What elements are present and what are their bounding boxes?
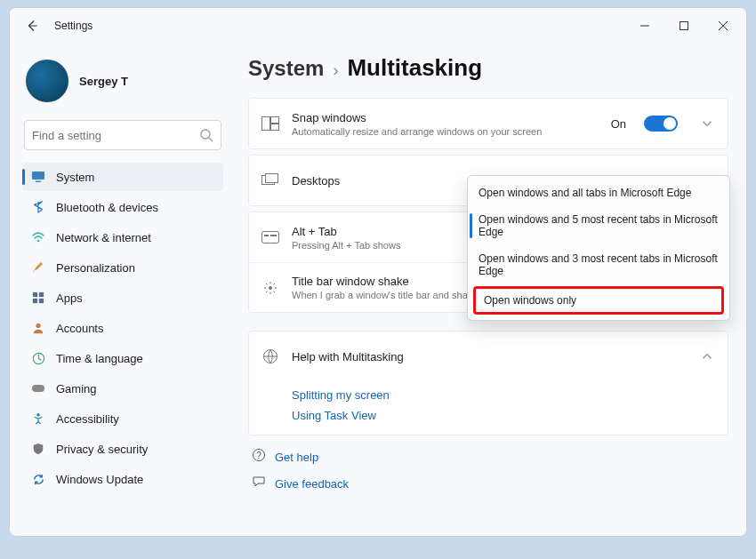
wifi-icon	[31, 230, 45, 244]
svg-point-9	[36, 323, 40, 328]
svg-rect-8	[39, 299, 44, 303]
svg-rect-0	[680, 22, 688, 30]
give-feedback-link[interactable]: Give feedback	[275, 477, 349, 491]
svg-point-12	[36, 413, 40, 417]
sidebar-item-label: Network & internet	[56, 231, 151, 244]
help-card: Help with Multitasking Splitting my scre…	[248, 331, 728, 435]
svg-rect-19	[264, 235, 269, 236]
sidebar-item-label: Privacy & security	[56, 443, 148, 456]
sidebar-item-bluetooth[interactable]: Bluetooth & devices	[22, 193, 223, 221]
arrow-left-icon	[26, 20, 38, 32]
dropdown-option[interactable]: Open windows and 3 most recent tabs in M…	[468, 245, 729, 284]
sidebar-item-personalization[interactable]: Personalization	[22, 253, 223, 282]
svg-rect-15	[271, 124, 279, 131]
shake-icon	[261, 279, 279, 297]
svg-rect-17	[266, 174, 278, 183]
sidebar-item-accessibility[interactable]: Accessibility	[22, 404, 223, 433]
globe-help-icon	[261, 347, 279, 365]
sidebar-item-gaming[interactable]: Gaming	[22, 374, 223, 403]
window-title: Settings	[54, 20, 92, 32]
titlebar: Settings	[10, 8, 746, 44]
sidebar-item-label: Personalization	[56, 261, 135, 275]
row-subtitle: Automatically resize and arrange windows…	[292, 126, 599, 137]
update-icon	[31, 472, 45, 486]
alttab-dropdown: Open windows and all tabs in Microsoft E…	[467, 175, 730, 321]
bluetooth-icon	[31, 200, 45, 214]
help-link-taskview[interactable]: Using Task View	[292, 409, 715, 422]
alttab-icon	[261, 228, 279, 246]
sidebar-item-network[interactable]: Network & internet	[22, 223, 223, 252]
sidebar: Sergey T System Bluetooth & devices Netw…	[10, 44, 230, 536]
sidebar-item-apps[interactable]: Apps	[22, 283, 223, 312]
feedback-icon	[252, 475, 266, 492]
avatar	[26, 60, 68, 102]
get-help-row[interactable]: ? Get help	[252, 448, 728, 466]
search-icon	[199, 128, 213, 142]
gamepad-icon	[31, 381, 45, 395]
snap-icon	[261, 115, 279, 132]
window-controls	[625, 12, 743, 40]
person-icon	[31, 321, 45, 335]
search-box[interactable]	[24, 120, 221, 150]
give-feedback-row[interactable]: Give feedback	[252, 475, 728, 492]
svg-point-1	[201, 130, 210, 139]
back-button[interactable]	[17, 11, 47, 41]
dropdown-option[interactable]: Open windows and 5 most recent tabs in M…	[468, 206, 729, 245]
sidebar-item-label: Windows Update	[56, 473, 143, 486]
svg-text:?: ?	[256, 451, 261, 460]
desktops-icon	[261, 172, 279, 189]
shield-icon	[31, 442, 45, 456]
search-input[interactable]	[32, 129, 199, 142]
sidebar-item-label: Gaming	[56, 382, 97, 395]
help-links: Splitting my screen Using Task View	[249, 381, 728, 435]
svg-rect-20	[270, 235, 277, 236]
sidebar-item-label: Accounts	[56, 322, 103, 335]
sidebar-item-accounts[interactable]: Accounts	[22, 314, 223, 342]
brush-icon	[31, 260, 45, 275]
accessibility-icon	[31, 411, 45, 426]
footer-links: ? Get help Give feedback	[252, 448, 728, 492]
chevron-right-icon: ›	[333, 61, 338, 80]
breadcrumb: System › Multitasking	[248, 54, 728, 82]
minimize-button[interactable]	[625, 12, 664, 40]
svg-rect-3	[36, 181, 41, 183]
dropdown-option[interactable]: Open windows and all tabs in Microsoft E…	[468, 180, 729, 206]
sidebar-item-system[interactable]: System	[22, 163, 223, 191]
get-help-link[interactable]: Get help	[275, 451, 318, 464]
help-icon: ?	[252, 448, 266, 466]
svg-rect-11	[32, 385, 44, 392]
svg-rect-5	[33, 292, 37, 297]
snap-toggle[interactable]	[644, 116, 678, 132]
svg-point-4	[37, 240, 40, 243]
sidebar-item-windows-update[interactable]: Windows Update	[22, 465, 223, 493]
help-row[interactable]: Help with Multitasking	[249, 331, 728, 381]
sidebar-item-privacy[interactable]: Privacy & security	[22, 435, 223, 463]
sidebar-item-label: System	[56, 171, 94, 184]
row-title: Help with Multitasking	[292, 350, 678, 363]
svg-point-21	[269, 286, 272, 290]
chevron-up-icon[interactable]	[699, 348, 715, 364]
maximize-button[interactable]	[664, 12, 704, 40]
page-title: Multitasking	[347, 54, 482, 82]
help-link-splitting[interactable]: Splitting my screen	[292, 388, 715, 402]
main-panel: System › Multitasking Snap windows Autom…	[230, 44, 746, 536]
breadcrumb-parent[interactable]: System	[248, 56, 324, 81]
globe-clock-icon	[31, 351, 45, 365]
sidebar-item-time-language[interactable]: Time & language	[22, 344, 223, 372]
sidebar-item-label: Accessibility	[56, 412, 119, 426]
alttab-row[interactable]: Alt + Tab Pressing Alt + Tab shows Open …	[249, 212, 728, 262]
toggle-state-label: On	[611, 117, 626, 131]
user-profile[interactable]: Sergey T	[22, 52, 223, 115]
sidebar-item-label: Bluetooth & devices	[56, 201, 158, 214]
maximize-icon	[680, 21, 688, 30]
alttab-shake-card: Alt + Tab Pressing Alt + Tab shows Open …	[248, 212, 728, 313]
dropdown-option-highlighted[interactable]: Open windows only	[473, 286, 724, 315]
apps-icon	[31, 291, 45, 305]
nav-list: System Bluetooth & devices Network & int…	[22, 163, 223, 493]
snap-windows-row[interactable]: Snap windows Automatically resize and ar…	[249, 99, 728, 148]
chevron-down-icon[interactable]	[699, 116, 715, 132]
user-name: Sergey T	[79, 75, 128, 88]
close-button[interactable]	[704, 12, 743, 40]
display-icon	[31, 170, 45, 184]
svg-rect-18	[262, 232, 279, 244]
